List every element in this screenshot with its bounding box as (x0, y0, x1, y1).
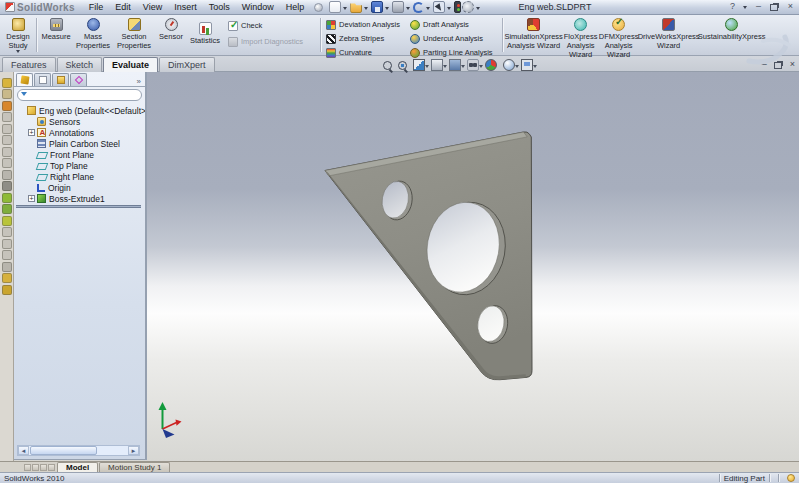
quick-tips-icon[interactable] (787, 474, 795, 482)
tab-features[interactable]: Features (2, 57, 56, 72)
panel-overflow-button[interactable]: » (137, 77, 143, 86)
expand-plus-icon[interactable]: + (28, 195, 35, 202)
study-tab-model[interactable]: Model (57, 462, 98, 472)
menu-file[interactable]: File (83, 1, 110, 13)
view-tool-2[interactable] (413, 59, 429, 71)
minimize-button[interactable]: – (752, 1, 765, 12)
parting-line-analysis-button[interactable]: Parting Line Analysis (407, 46, 496, 59)
floxpress-wizard-button[interactable]: FloXpress Analysis Wizard (563, 17, 599, 60)
left-tool-icon-1[interactable] (2, 89, 12, 99)
tab-evaluate[interactable]: Evaluate (103, 57, 158, 72)
print-button[interactable] (392, 1, 404, 13)
scroll-left-button[interactable]: ◄ (18, 446, 29, 455)
view-tool-0[interactable] (383, 60, 396, 70)
tree-item-sensors[interactable]: + Sensors (16, 116, 145, 127)
nav-last-icon[interactable] (48, 464, 55, 471)
left-tool-icon-13[interactable] (2, 227, 12, 237)
tree-item-annotations[interactable]: + Annotations (16, 127, 145, 138)
curvature-button[interactable]: Curvature (323, 46, 403, 59)
select-dropdown-icon[interactable] (447, 7, 451, 12)
menu-tools[interactable]: Tools (203, 1, 236, 13)
tab-property-manager[interactable] (34, 73, 51, 86)
section-properties-button[interactable]: Section Properties (113, 17, 155, 51)
dropdown-arrow-icon[interactable] (515, 65, 519, 70)
tab-configuration-manager[interactable] (52, 73, 69, 86)
tree-item-right-plane[interactable]: + Right Plane (16, 171, 145, 182)
nav-prev-icon[interactable] (32, 464, 39, 471)
view-tool-8[interactable] (521, 59, 537, 71)
help-button[interactable]: ? (726, 1, 739, 12)
view-tool-3[interactable] (431, 59, 447, 71)
open-dropdown-icon[interactable] (364, 7, 368, 12)
view-tool-1[interactable] (398, 60, 411, 70)
tab-dimxpert-manager[interactable] (70, 73, 87, 86)
tree-item-origin[interactable]: + Origin (16, 182, 145, 193)
left-tool-icon-14[interactable] (2, 239, 12, 249)
tab-feature-manager[interactable] (16, 73, 33, 86)
left-tool-icon-3[interactable] (2, 112, 12, 122)
left-tool-icon-7[interactable] (2, 158, 12, 168)
tree-item-plain-carbon-steel[interactable]: + Plain Carbon Steel (16, 138, 145, 149)
left-tool-icon-17[interactable] (2, 273, 12, 283)
left-tool-icon-2[interactable] (2, 101, 12, 111)
dropdown-arrow-icon[interactable] (425, 65, 429, 70)
new-dropdown-icon[interactable] (343, 7, 347, 12)
close-button[interactable]: × (784, 1, 797, 12)
design-study-dropdown-icon[interactable] (16, 50, 20, 55)
undercut-analysis-button[interactable]: Undercut Analysis (407, 32, 496, 45)
tree-item-front-plane[interactable]: + Front Plane (16, 149, 145, 160)
deviation-analysis-button[interactable]: Deviation Analysis (323, 18, 403, 31)
view-tool-5[interactable] (467, 59, 483, 71)
save-dropdown-icon[interactable] (385, 7, 389, 12)
expand-plus-icon[interactable]: + (28, 129, 35, 136)
draft-analysis-button[interactable]: Draft Analysis (407, 18, 496, 31)
feature-tree-filter-input[interactable] (30, 91, 130, 100)
undo-button[interactable] (413, 2, 424, 13)
left-tool-icon-5[interactable] (2, 135, 12, 145)
tree-item-boss-extrude1[interactable]: + Boss-Extrude1 (16, 193, 145, 204)
print-dropdown-icon[interactable] (406, 7, 410, 12)
dropdown-arrow-icon[interactable] (533, 65, 537, 70)
menu-edit[interactable]: Edit (109, 1, 137, 13)
dfmxpress-wizard-button[interactable]: DFMXpress Analysis Wizard (599, 17, 639, 60)
tree-item-eng-web-default-default-displa[interactable]: + Eng web (Default<<Default>_Displa (16, 105, 145, 116)
left-tool-icon-10[interactable] (2, 193, 12, 203)
restore-button[interactable] (770, 4, 778, 11)
save-button[interactable] (371, 1, 383, 13)
left-tool-icon-8[interactable] (2, 170, 12, 180)
part-body[interactable] (325, 132, 532, 380)
zebra-stripes-button[interactable]: Zebra Stripes (323, 32, 403, 45)
statistics-button[interactable]: Statistics (187, 21, 223, 46)
left-tool-icon-11[interactable] (2, 204, 12, 214)
scrollbar-thumb[interactable] (30, 446, 97, 455)
left-tool-icon-16[interactable] (2, 262, 12, 272)
check-button[interactable]: Check (225, 19, 306, 32)
sensor-button[interactable]: Sensor (155, 17, 187, 42)
menu-pin-icon[interactable] (314, 3, 323, 12)
tree-item-top-plane[interactable]: + Top Plane (16, 160, 145, 171)
simulationxpress-wizard-button[interactable]: SimulationXpress Analysis Wizard (505, 17, 563, 51)
left-tool-icon-15[interactable] (2, 250, 12, 260)
view-tool-7[interactable] (503, 59, 519, 71)
new-document-button[interactable] (329, 1, 341, 13)
undo-dropdown-icon[interactable] (426, 7, 430, 12)
design-study-button[interactable]: Design Study (2, 17, 34, 56)
left-tool-icon-4[interactable] (2, 124, 12, 134)
view-tool-6[interactable] (485, 59, 501, 71)
left-tool-icon-18[interactable] (2, 285, 12, 295)
rebuild-button[interactable] (454, 1, 461, 13)
nav-first-icon[interactable] (24, 464, 31, 471)
driveworksxpress-wizard-button[interactable]: DriveWorksXpress Wizard (639, 17, 699, 51)
measure-button[interactable]: Measure (39, 17, 73, 42)
select-button[interactable] (433, 1, 445, 13)
menu-window[interactable]: Window (236, 1, 280, 13)
dropdown-arrow-icon[interactable] (479, 65, 483, 70)
help-dropdown-icon[interactable] (743, 6, 747, 11)
rollback-bar[interactable] (16, 205, 141, 208)
scroll-right-button[interactable]: ► (128, 446, 139, 455)
study-tab-motion-study-1[interactable]: Motion Study 1 (99, 462, 170, 472)
dropdown-arrow-icon[interactable] (443, 65, 447, 70)
menu-insert[interactable]: Insert (168, 1, 203, 13)
menu-view[interactable]: View (137, 1, 168, 13)
nav-next-icon[interactable] (40, 464, 47, 471)
